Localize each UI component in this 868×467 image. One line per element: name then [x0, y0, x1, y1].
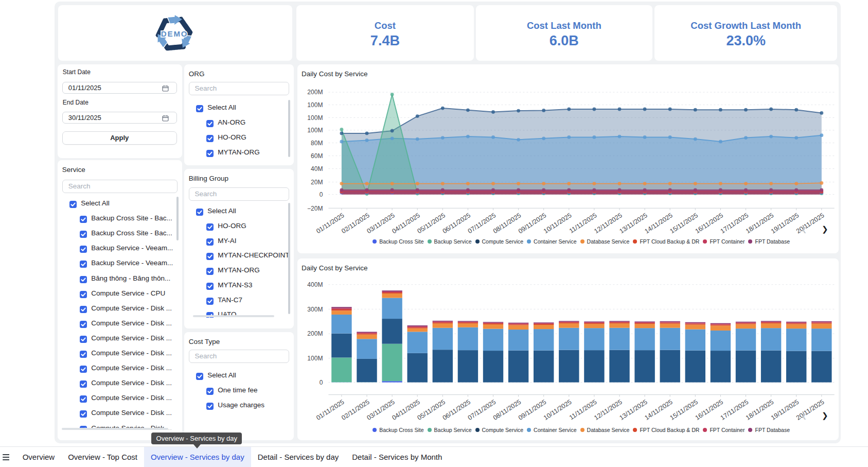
svg-text:200M: 200M [307, 89, 323, 96]
svg-text:300M: 300M [307, 305, 323, 313]
svg-text:08/11/2025: 08/11/2025 [492, 398, 522, 421]
svg-text:40M: 40M [311, 165, 323, 172]
svg-text:60M: 60M [311, 152, 323, 160]
svg-text:12/11/2025: 12/11/2025 [593, 398, 623, 421]
svg-text:04/11/2025: 04/11/2025 [391, 212, 421, 235]
svg-text:17/11/2025: 17/11/2025 [719, 212, 749, 235]
svg-text:13/11/2025: 13/11/2025 [618, 398, 648, 421]
svg-text:07/11/2025: 07/11/2025 [466, 398, 497, 421]
svg-text:01/11/2025: 01/11/2025 [315, 212, 345, 235]
svg-text:18/11/2025: 18/11/2025 [745, 398, 775, 421]
svg-text:100M: 100M [307, 114, 323, 122]
svg-text:DEMO: DEMO [161, 29, 188, 38]
svg-text:80M: 80M [311, 140, 323, 147]
svg-text:05/11/2025: 05/11/2025 [416, 212, 446, 235]
svg-text:19/11/2025: 19/11/2025 [770, 212, 800, 235]
svg-text:10/11/2025: 10/11/2025 [542, 398, 573, 421]
svg-text:02/11/2025: 02/11/2025 [340, 398, 370, 421]
svg-text:❮: ❮ [802, 226, 807, 233]
svg-text:03/11/2025: 03/11/2025 [365, 398, 396, 421]
svg-text:❯: ❯ [822, 224, 828, 234]
svg-text:12/11/2025: 12/11/2025 [593, 212, 623, 235]
svg-text:20M: 20M [311, 179, 323, 186]
svg-text:400M: 400M [307, 281, 323, 288]
svg-text:100M: 100M [307, 101, 323, 109]
svg-text:14/11/2025: 14/11/2025 [643, 398, 674, 421]
svg-text:20/11/2025: 20/11/2025 [795, 398, 825, 421]
svg-text:16/11/2025: 16/11/2025 [694, 398, 724, 421]
svg-text:200M: 200M [307, 330, 323, 337]
svg-text:0: 0 [319, 378, 323, 386]
svg-text:04/11/2025: 04/11/2025 [391, 398, 421, 421]
svg-text:15/11/2025: 15/11/2025 [668, 212, 699, 235]
svg-text:19/11/2025: 19/11/2025 [770, 398, 800, 421]
svg-text:13/11/2025: 13/11/2025 [618, 212, 648, 235]
svg-text:09/11/2025: 09/11/2025 [517, 212, 547, 235]
svg-text:11/11/2025: 11/11/2025 [568, 212, 598, 235]
svg-text:0: 0 [319, 191, 323, 198]
svg-text:100M: 100M [307, 127, 323, 134]
svg-text:17/11/2025: 17/11/2025 [719, 398, 749, 421]
svg-text:08/11/2025: 08/11/2025 [492, 212, 522, 235]
svg-text:11/11/2025: 11/11/2025 [568, 398, 598, 421]
svg-text:07/11/2025: 07/11/2025 [466, 212, 497, 235]
svg-text:−20M: −20M [307, 205, 323, 212]
svg-text:03/11/2025: 03/11/2025 [365, 212, 396, 235]
svg-text:18/11/2025: 18/11/2025 [745, 212, 775, 235]
svg-text:❯: ❯ [822, 411, 828, 420]
svg-text:09/11/2025: 09/11/2025 [517, 398, 547, 421]
svg-text:❮: ❮ [802, 412, 807, 420]
svg-text:20/11/2025: 20/11/2025 [795, 212, 825, 235]
svg-text:02/11/2025: 02/11/2025 [340, 212, 370, 235]
svg-text:100M: 100M [307, 355, 323, 362]
svg-text:06/11/2025: 06/11/2025 [441, 212, 471, 235]
svg-text:16/11/2025: 16/11/2025 [694, 212, 724, 235]
svg-text:05/11/2025: 05/11/2025 [416, 398, 446, 421]
svg-text:15/11/2025: 15/11/2025 [668, 398, 699, 421]
svg-text:06/11/2025: 06/11/2025 [441, 398, 471, 421]
svg-text:10/11/2025: 10/11/2025 [542, 212, 573, 235]
svg-text:14/11/2025: 14/11/2025 [643, 212, 674, 235]
svg-text:01/11/2025: 01/11/2025 [315, 398, 345, 421]
